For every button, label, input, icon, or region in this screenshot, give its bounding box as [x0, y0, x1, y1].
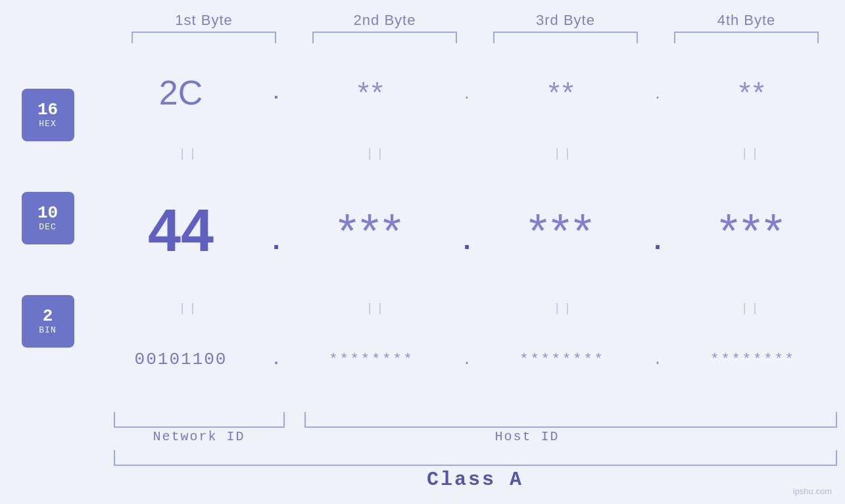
bin-val-2: ********: [286, 352, 457, 368]
network-id-bracket: [114, 412, 285, 428]
dec-dot-1: .: [266, 207, 286, 255]
hex-val-1: 2C: [95, 73, 266, 112]
bin-badge: 2 BIN: [22, 295, 74, 348]
bin-val-4: ********: [667, 352, 838, 368]
hex-badge-number: 16: [37, 101, 58, 120]
rows-area: 2C . ** . ** . ** || || || ||: [95, 50, 845, 412]
hex-val-2: **: [286, 76, 457, 109]
bottom-bracket-row: [114, 412, 837, 428]
eq-1-3: ||: [479, 147, 650, 160]
bin-row: 00101100 . ******** . ******** . *******…: [95, 350, 845, 369]
host-id-label: Host ID: [495, 429, 560, 444]
eq-sep-2: || || || ||: [95, 302, 845, 315]
dec-dot-3: .: [648, 207, 667, 255]
bin-val-3: ********: [477, 352, 648, 368]
byte-label-1: 1st Byte: [125, 12, 283, 29]
hex-dot-1: .: [266, 82, 286, 103]
host-id-bracket: [304, 412, 837, 428]
bracket-2: [312, 32, 457, 43]
eq-2-4: ||: [666, 302, 837, 315]
main-container: 1st Byte 2nd Byte 3rd Byte 4th Byte 16 H…: [0, 0, 845, 504]
badge-column: 16 HEX 10 DEC 2 BIN: [0, 50, 95, 412]
hex-val-4: **: [667, 76, 838, 109]
eq-2-1: ||: [104, 302, 275, 315]
content-area: 16 HEX 10 DEC 2 BIN 2C . **: [0, 50, 845, 412]
dec-badge-number: 10: [37, 204, 58, 223]
hex-dot-3: .: [648, 82, 667, 103]
byte-label-2: 2nd Byte: [306, 12, 464, 29]
bin-val-1: 00101100: [95, 350, 266, 369]
bin-dot-3: .: [648, 351, 667, 369]
eq-1-1: ||: [104, 147, 275, 160]
dec-val-1: 44: [95, 197, 266, 265]
hex-dot-2: .: [457, 82, 477, 103]
top-bracket-row: [114, 32, 837, 43]
byte-headers: 1st Byte 2nd Byte 3rd Byte 4th Byte: [114, 12, 837, 29]
eq-2-3: ||: [479, 302, 650, 315]
dec-badge: 10 DEC: [22, 192, 74, 244]
bracket-3: [493, 32, 638, 43]
byte-label-3: 3rd Byte: [487, 12, 644, 29]
dec-val-3: ***: [477, 204, 648, 258]
eq-1-2: ||: [291, 147, 462, 160]
bin-badge-label: BIN: [39, 326, 56, 335]
dec-badge-label: DEC: [39, 223, 56, 232]
class-a-label: Class A: [427, 469, 523, 491]
bin-dot-2: .: [457, 351, 477, 369]
dec-val-4: ***: [667, 204, 838, 258]
bin-badge-number: 2: [43, 307, 53, 326]
bottom-section: Network ID Host ID Class A: [114, 412, 837, 504]
bin-dot-1: .: [266, 351, 286, 369]
network-id-label: Network ID: [153, 429, 245, 444]
bracket-4: [674, 32, 819, 43]
byte-label-4: 4th Byte: [667, 12, 825, 29]
class-a-bracket: [114, 450, 837, 466]
bracket-1: [132, 32, 276, 43]
eq-1-4: ||: [666, 147, 837, 160]
hex-val-3: **: [477, 76, 648, 109]
hex-badge: 16 HEX: [22, 89, 74, 141]
dec-row: 44 . *** . *** . ***: [95, 197, 845, 265]
eq-2-2: ||: [291, 302, 462, 315]
watermark: ipshu.com: [793, 486, 832, 496]
dec-val-2: ***: [286, 204, 457, 258]
hex-badge-label: HEX: [39, 120, 56, 129]
dec-dot-2: .: [457, 207, 477, 255]
hex-row: 2C . ** . ** . **: [95, 73, 845, 112]
eq-sep-1: || || || ||: [95, 147, 845, 160]
